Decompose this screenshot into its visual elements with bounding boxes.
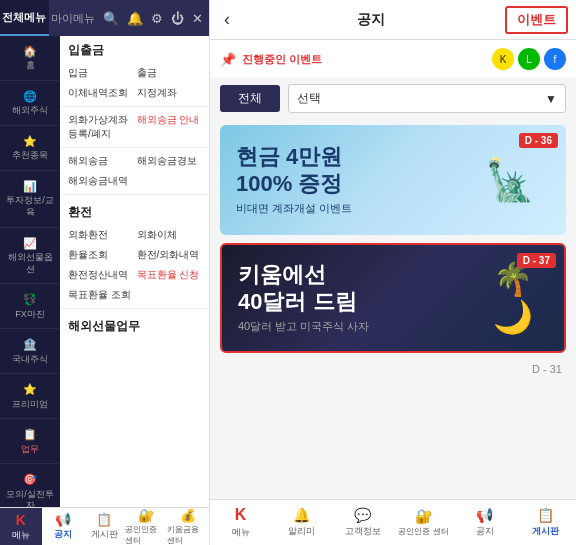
- notice-icon: 📢: [55, 512, 71, 527]
- event-card-1-sub-text: 비대면 계좌개설 이벤트: [236, 201, 470, 216]
- right-top-bar: ‹ 공지 이벤트: [210, 0, 576, 40]
- section-overseas-futures-biz: 해외선물업무: [60, 312, 209, 339]
- right-nav-alert[interactable]: 🔔 알리미: [271, 500, 332, 545]
- right-panel-title: 공지: [236, 11, 505, 29]
- settings-icon[interactable]: ⚙: [151, 11, 163, 26]
- right-nav-board-label: 게시판: [532, 525, 559, 538]
- power-icon[interactable]: ⏻: [171, 11, 184, 26]
- finance-icon: 💰: [180, 508, 196, 523]
- event-section-label: 진행중인 이벤트: [242, 52, 322, 67]
- left-nav-board-label: 게시판: [91, 528, 118, 541]
- sidebar-item-domestic-stock[interactable]: 🏦국내주식: [0, 329, 60, 374]
- event-card-1-image: 🗽: [470, 157, 550, 204]
- right-bottom-nav: K 메뉴 🔔 알리미 💬 고객정보 🔐 공인인증 센터 📢 공지 📋 게시판: [210, 499, 576, 545]
- sidebar-item-overseas-stock[interactable]: 🌐해외주식: [0, 81, 60, 126]
- sidebar-item-business[interactable]: 📋업무: [0, 419, 60, 464]
- menu-exchange-settle[interactable]: 환전정산내역: [68, 268, 133, 282]
- d-31-label: D - 31: [220, 361, 566, 377]
- event-card-2-image: 🌴🌙: [478, 260, 548, 336]
- right-nav-customer-label: 고객정보: [345, 525, 381, 538]
- event-card-1-d-badge: D - 36: [519, 133, 558, 148]
- section-deposit-withdraw: 입출금: [60, 36, 209, 63]
- cert-icon: 🔐: [138, 508, 154, 523]
- menu-withdraw[interactable]: 출금: [137, 66, 202, 80]
- sidebar-item-home[interactable]: 🏠홈: [0, 36, 60, 81]
- left-sidebar: 🏠홈 🌐해외주식 ⭐추천종목 📊투자정보/교육 📈해외선물옵션 💱FX마진 🏦국…: [0, 36, 60, 507]
- event-card-2[interactable]: 키움에선40달러 드림 40달러 받고 미국주식 사자 🌴🌙 D - 37: [220, 243, 566, 353]
- filter-select-label: 선택: [297, 90, 321, 107]
- menu-row-exchange-settle: 환전정산내역 목표환율 신청: [60, 265, 209, 285]
- menu-row-overseas-remit-history: 해외송금내역: [60, 171, 209, 191]
- menu-deposit[interactable]: 입금: [68, 66, 133, 80]
- event-card-1[interactable]: 현금 4만원100% 증정 비대면 계좌개설 이벤트 🗽 D - 36: [220, 125, 566, 235]
- right-nav-customer[interactable]: 💬 고객정보: [332, 500, 393, 545]
- left-panel: 전체메뉴 마이메뉴 🔍 🔔 ⚙ ⏻ ✕ 🏠홈 🌐해외주식 ⭐추천종목 📊투자정보…: [0, 0, 210, 545]
- facebook-icon[interactable]: f: [544, 48, 566, 70]
- sidebar-item-recommend[interactable]: ⭐추천종목: [0, 126, 60, 171]
- filter-select[interactable]: 선택 ▼: [288, 84, 566, 113]
- close-icon[interactable]: ✕: [192, 11, 203, 26]
- kakao-icon[interactable]: K: [492, 48, 514, 70]
- menu-overseas-remit-alert[interactable]: 해외송금경보: [137, 154, 202, 168]
- tab-my-menu[interactable]: 마이메뉴: [49, 0, 98, 36]
- left-nav-menu-label: 메뉴: [12, 529, 30, 542]
- filter-all-button[interactable]: 전체: [220, 85, 280, 112]
- menu-target-rate-check[interactable]: 목표환율 조회: [68, 288, 201, 302]
- right-notice-icon: 📢: [476, 507, 493, 523]
- left-nav-menu[interactable]: K 메뉴: [0, 508, 42, 545]
- menu-row-exchange-rate: 환율조회 환전/외화내역: [60, 245, 209, 265]
- sidebar-item-overseas-futures[interactable]: 📈해외선물옵션: [0, 228, 60, 285]
- right-nav-cert[interactable]: 🔐 공인인증 센터: [393, 500, 454, 545]
- event-button[interactable]: 이벤트: [505, 6, 568, 34]
- event-card-1-main-text: 현금 4만원100% 증정: [236, 144, 470, 197]
- right-nav-cert-label: 공인인증 센터: [398, 526, 448, 537]
- menu-row-target-rate: 목표환율 조회: [60, 285, 209, 305]
- right-nav-board[interactable]: 📋 게시판: [515, 500, 576, 545]
- event-section-header: 📌 진행중인 이벤트 K L f: [210, 40, 576, 78]
- search-icon[interactable]: 🔍: [103, 11, 119, 26]
- sidebar-item-fx[interactable]: 💱FX마진: [0, 284, 60, 329]
- event-card-1-text: 현금 4만원100% 증정 비대면 계좌개설 이벤트: [236, 144, 470, 216]
- tab-all-menu[interactable]: 전체메뉴: [0, 0, 49, 36]
- left-nav-notice[interactable]: 📢 공지: [42, 508, 84, 545]
- menu-foreign-transfer[interactable]: 외화이체: [137, 228, 202, 242]
- sidebar-item-investment-info[interactable]: 📊투자정보/교육: [0, 171, 60, 228]
- menu-row-deposit: 입금 출금: [60, 63, 209, 83]
- left-nav-board[interactable]: 📋 게시판: [84, 508, 126, 545]
- right-nav-notice-label: 공지: [476, 525, 494, 538]
- left-nav-finance[interactable]: 💰 키움금융 센터: [167, 508, 209, 545]
- menu-exchange-history[interactable]: 환전/외화내역: [137, 248, 202, 262]
- right-kiwoom-logo-icon: K: [235, 506, 247, 524]
- menu-overseas-remit-history[interactable]: 해외송금내역: [68, 174, 201, 188]
- top-tabs: 전체메뉴 마이메뉴 🔍 🔔 ⚙ ⏻ ✕: [0, 0, 209, 36]
- left-nav: 🏠홈 🌐해외주식 ⭐추천종목 📊투자정보/교육 📈해외선물옵션 💱FX마진 🏦국…: [0, 36, 209, 507]
- event-bookmark-icon: 📌: [220, 52, 236, 67]
- menu-foreign-virtual[interactable]: 외화가상계좌 등록/폐지: [68, 113, 133, 141]
- menu-overseas-remit[interactable]: 해외송금: [68, 154, 133, 168]
- menu-transfer-history[interactable]: 이체내역조회: [68, 86, 133, 100]
- menu-designated-account[interactable]: 지정계좌: [137, 86, 202, 100]
- menu-overseas-remit-guide[interactable]: 해외송금 안내: [137, 113, 202, 141]
- right-nav-notice[interactable]: 📢 공지: [454, 500, 515, 545]
- bell-icon[interactable]: 🔔: [127, 11, 143, 26]
- board-icon: 📋: [96, 512, 112, 527]
- left-nav-cert-label: 공인인증 센터: [125, 524, 167, 546]
- line-icon[interactable]: L: [518, 48, 540, 70]
- left-bottom-nav: K 메뉴 📢 공지 📋 게시판 🔐 공인인증 센터 💰 키움금융 센터: [0, 507, 209, 545]
- menu-row-foreign-virtual: 외화가상계좌 등록/폐지 해외송금 안내: [60, 110, 209, 144]
- events-list: 현금 4만원100% 증정 비대면 계좌개설 이벤트 🗽 D - 36 키움에선…: [210, 119, 576, 499]
- sidebar-item-mock-invest[interactable]: 🎯모의/실전투자: [0, 464, 60, 507]
- left-nav-finance-label: 키움금융 센터: [167, 524, 209, 546]
- event-card-2-d-badge: D - 37: [517, 253, 556, 268]
- right-nav-menu[interactable]: K 메뉴: [210, 500, 271, 545]
- alert-icon: 🔔: [293, 507, 310, 523]
- menu-row-transfer-history: 이체내역조회 지정계좌: [60, 83, 209, 103]
- menu-exchange-rate[interactable]: 환율조회: [68, 248, 133, 262]
- back-button[interactable]: ‹: [218, 9, 236, 30]
- menu-target-rate-apply[interactable]: 목표환율 신청: [137, 268, 202, 282]
- sidebar-item-premium[interactable]: ⭐프리미엄: [0, 374, 60, 419]
- filter-row: 전체 선택 ▼: [210, 78, 576, 119]
- event-card-2-sub-text: 40달러 받고 미국주식 사자: [238, 319, 478, 334]
- left-nav-cert[interactable]: 🔐 공인인증 센터: [125, 508, 167, 545]
- menu-foreign-exchange[interactable]: 외화환전: [68, 228, 133, 242]
